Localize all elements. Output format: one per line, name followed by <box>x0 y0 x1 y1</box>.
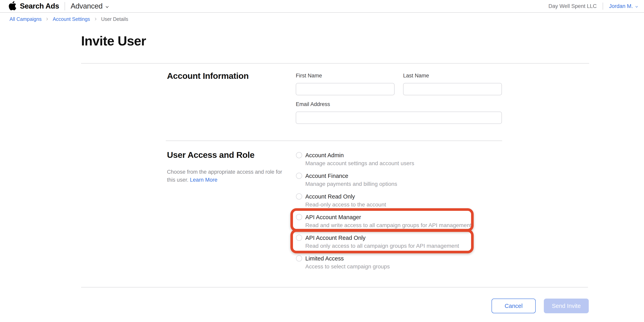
radio-button[interactable] <box>296 152 302 158</box>
user-access-description-text: Choose from the appropriate access and r… <box>167 169 282 183</box>
radio-button[interactable] <box>296 193 302 199</box>
brand-group: Search Ads Advanced <box>9 2 109 10</box>
top-navigation-bar: Search Ads Advanced Day Well Spent LLC J… <box>0 0 644 13</box>
cancel-button[interactable]: Cancel <box>492 299 536 313</box>
option-label[interactable]: API Account Manager <box>305 214 361 221</box>
breadcrumb: All Campaigns Account Settings User Deta… <box>0 13 644 25</box>
learn-more-link[interactable]: Learn More <box>190 177 218 183</box>
chevron-down-icon <box>635 5 638 8</box>
breadcrumb-all-campaigns[interactable]: All Campaigns <box>10 16 42 22</box>
title-divider <box>81 63 589 64</box>
radio-option-limited-access[interactable]: Limited Access Access to select campaign… <box>296 255 514 275</box>
radio-option-api-account-read-only[interactable]: API Account Read Only Read only access t… <box>296 234 514 255</box>
chevron-down-icon <box>105 5 109 9</box>
radio-option-account-admin[interactable]: Account Admin Manage account settings an… <box>296 151 514 172</box>
option-label[interactable]: Limited Access <box>305 255 344 262</box>
organization-name: Day Well Spent LLC <box>548 3 597 9</box>
option-description: Read-only access to the account <box>305 201 386 208</box>
footer-divider <box>81 287 588 288</box>
option-description: Manage account settings and account user… <box>305 160 414 166</box>
email-address-label: Email Address <box>296 101 330 107</box>
invite-user-page: Search Ads Advanced Day Well Spent LLC J… <box>0 0 644 322</box>
send-invite-button[interactable]: Send Invite <box>544 299 589 313</box>
option-label[interactable]: Account Finance <box>305 172 348 179</box>
header-divider-right <box>603 2 603 10</box>
last-name-label: Last Name <box>403 73 429 79</box>
first-name-label: First Name <box>296 73 322 79</box>
first-name-field[interactable] <box>296 83 394 95</box>
section-heading-account-information: Account Information <box>167 71 249 81</box>
page-title: Invite User <box>81 33 146 48</box>
radio-button[interactable] <box>296 214 302 220</box>
option-label[interactable]: Account Admin <box>305 152 344 159</box>
product-tier-menu[interactable]: Advanced <box>70 2 109 10</box>
option-description: Access to select campaign groups <box>305 263 390 270</box>
option-description: Read only access to all campaign groups … <box>305 243 459 249</box>
product-tier-label: Advanced <box>70 2 102 10</box>
last-name-field[interactable] <box>403 83 502 95</box>
user-access-description: Choose from the appropriate access and r… <box>167 168 284 184</box>
radio-option-account-finance[interactable]: Account Finance Manage payments and bill… <box>296 172 514 192</box>
brand-title: Search Ads <box>20 2 59 10</box>
section-heading-user-access: User Access and Role <box>167 150 254 160</box>
option-description: Read and write access to all campaign gr… <box>305 222 472 228</box>
breadcrumb-account-settings[interactable]: Account Settings <box>53 16 90 22</box>
chevron-right-icon <box>94 17 97 21</box>
user-menu[interactable]: Jordan M. <box>609 3 638 9</box>
radio-button[interactable] <box>296 255 302 261</box>
user-name-label: Jordan M. <box>609 3 633 9</box>
breadcrumb-user-details: User Details <box>101 16 128 22</box>
option-description: Manage payments and billing options <box>305 181 397 187</box>
option-label[interactable]: Account Read Only <box>305 193 355 200</box>
radio-button[interactable] <box>296 235 302 241</box>
chevron-right-icon <box>46 17 49 21</box>
radio-option-account-read-only[interactable]: Account Read Only Read-only access to th… <box>296 192 514 213</box>
email-address-field[interactable] <box>296 112 502 124</box>
apple-logo-icon <box>9 1 16 10</box>
radio-option-api-account-manager[interactable]: API Account Manager Read and write acces… <box>296 213 514 234</box>
radio-button[interactable] <box>296 173 302 179</box>
account-group: Day Well Spent LLC Jordan M. <box>548 2 638 10</box>
section-divider <box>166 141 502 141</box>
header-divider <box>64 2 65 10</box>
option-label[interactable]: API Account Read Only <box>305 234 366 241</box>
